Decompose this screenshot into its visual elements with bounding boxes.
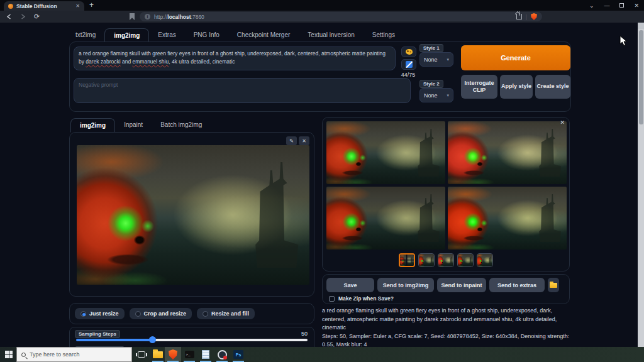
generated-image-1[interactable] <box>326 121 445 184</box>
thumbnail-2[interactable] <box>438 253 454 267</box>
send-to-img2img-button[interactable]: Send to img2img <box>377 278 434 292</box>
info-prompt-text: a red orange flaming skull with green fi… <box>322 307 570 332</box>
bookmark-icon[interactable] <box>130 13 135 20</box>
source-image[interactable] <box>77 145 309 285</box>
file-explorer-icon <box>153 351 163 358</box>
notepad-icon <box>202 350 209 359</box>
reload-icon[interactable]: ⟳ <box>34 13 40 20</box>
generation-info: a red orange flaming skull with green fi… <box>322 307 570 347</box>
style2-label: Style 2 <box>419 80 443 88</box>
tab-textual-inversion[interactable]: Textual inversion <box>299 28 363 43</box>
file-explorer-button[interactable] <box>150 347 166 362</box>
mouse-cursor <box>619 35 628 47</box>
tab-checkpoint-merger[interactable]: Checkpoint Merger <box>228 28 299 43</box>
resize-mode-resize-and-fill[interactable]: Resize and fill <box>197 308 255 319</box>
tab-settings[interactable]: Settings <box>364 28 404 43</box>
browser-tab[interactable]: Stable Diffusion ✕ <box>4 1 84 11</box>
window-minimize-button[interactable]: — <box>604 3 609 9</box>
prompt-panel: a red orange flaming skull with green fi… <box>69 41 571 112</box>
generated-image-4[interactable] <box>448 187 567 250</box>
page-scrollbar[interactable] <box>638 23 644 347</box>
folder-icon <box>550 283 557 288</box>
generate-button[interactable]: Generate <box>461 45 570 70</box>
sampling-steps-value: 50 <box>301 331 308 337</box>
notepad-button[interactable] <box>197 347 214 362</box>
tab-img2img-mode[interactable]: img2img <box>70 118 115 133</box>
recorder-button[interactable] <box>214 347 230 362</box>
interrogate-clip-button[interactable]: Interrogate CLIP <box>461 75 497 99</box>
resize-mode-just-resize[interactable]: Just resize <box>75 308 125 319</box>
browser-tabstrip: Stable Diffusion ✕ + ⌄ — ✕ <box>0 0 644 11</box>
recorder-icon <box>218 350 227 359</box>
windows-taskbar: >_ Ps <box>0 347 644 362</box>
brave-browser-button[interactable] <box>165 347 181 362</box>
send-to-extras-button[interactable]: Send to extras <box>489 278 545 292</box>
style1-dropdown[interactable]: None▾ <box>419 52 453 67</box>
webui-page: txt2img img2img Extras PNG Info Checkpoi… <box>0 23 644 347</box>
scroll-up-arrow[interactable] <box>638 23 644 29</box>
open-folder-button[interactable] <box>548 278 559 292</box>
clear-image-icon[interactable]: ✕ <box>299 136 309 145</box>
brave-shield-icon[interactable] <box>531 13 537 20</box>
site-info-icon[interactable]: i <box>145 14 150 19</box>
prompt-input[interactable]: a red orange flaming skull with green fi… <box>74 47 396 70</box>
make-zip-checkbox[interactable] <box>329 296 335 302</box>
tab-search-chevron-icon[interactable]: ⌄ <box>589 3 594 9</box>
thumbnail-3[interactable] <box>457 253 474 267</box>
back-icon[interactable] <box>6 14 12 19</box>
thumbnail-1[interactable] <box>418 253 435 267</box>
window-close-button[interactable]: ✕ <box>634 3 639 9</box>
share-icon[interactable] <box>516 14 522 19</box>
misspelled-artist1: darek zabrocki <box>86 58 120 65</box>
taskbar-search[interactable] <box>16 347 132 362</box>
task-view-icon <box>138 351 145 358</box>
tab-txt2img[interactable]: txt2img <box>67 28 104 43</box>
generated-image-2[interactable] <box>448 121 567 184</box>
task-view-button[interactable] <box>133 347 150 362</box>
apply-style-button[interactable]: Apply style <box>500 75 533 99</box>
url-bar[interactable]: i http://localhost:7860 | <box>140 12 542 21</box>
search-input[interactable] <box>30 351 118 358</box>
thumbnail-4[interactable] <box>477 253 493 267</box>
command-prompt-button[interactable]: >_ <box>181 347 197 362</box>
start-button[interactable] <box>5 351 13 358</box>
misspelled-artist2: emmanuel shiu <box>133 58 169 65</box>
resize-mode-crop-and-resize[interactable]: Crop and resize <box>130 308 192 319</box>
generated-image-3[interactable] <box>326 187 445 250</box>
sampling-steps-slider[interactable] <box>76 339 308 341</box>
tab-img2img[interactable]: img2img <box>104 28 149 43</box>
thumbnail-grid[interactable] <box>399 253 415 267</box>
send-to-inpaint-button[interactable]: Send to inpaint <box>437 278 486 292</box>
browser-toolbar: ⟳ i http://localhost:7860 | <box>0 11 644 23</box>
forward-icon[interactable] <box>20 14 26 19</box>
photoshop-button[interactable]: Ps <box>230 347 247 362</box>
slider-handle[interactable] <box>149 336 156 343</box>
edit-image-icon[interactable]: ✎ <box>286 136 297 145</box>
sampling-steps-label: Sampling Steps <box>75 330 120 338</box>
style2-dropdown[interactable]: None▾ <box>419 88 453 102</box>
brave-icon <box>169 349 177 359</box>
radio-icon <box>203 311 208 317</box>
main-tabs: txt2img img2img Extras PNG Info Checkpoi… <box>67 28 404 43</box>
chevron-down-icon: ▾ <box>447 93 449 98</box>
window-maximize-button[interactable] <box>619 3 624 8</box>
tab-close-icon[interactable]: ✕ <box>75 3 80 9</box>
scrollbar-thumb[interactable] <box>639 30 643 124</box>
random-artist-button[interactable] <box>401 47 416 57</box>
tab-inpaint[interactable]: Inpaint <box>115 118 152 133</box>
gallery-close-icon[interactable]: ✕ <box>560 119 565 126</box>
paintbrush-button[interactable] <box>401 59 416 70</box>
url-text: http://localhost:7860 <box>154 14 204 20</box>
save-button[interactable]: Save <box>326 278 374 292</box>
negative-prompt-input[interactable] <box>74 78 411 103</box>
tab-png-info[interactable]: PNG Info <box>185 28 228 43</box>
tab-extras[interactable]: Extras <box>149 28 184 43</box>
make-zip-option[interactable]: Make Zip when Save? <box>329 295 394 302</box>
img2img-mode-tabs: img2img Inpaint Batch img2img <box>70 118 211 133</box>
create-style-button[interactable]: Create style <box>535 75 570 99</box>
browser-tab-title: Stable Diffusion <box>16 3 72 9</box>
new-tab-button[interactable]: + <box>89 1 94 9</box>
resize-mode-group: Just resize Crop and resize Resize and f… <box>69 303 314 324</box>
tab-batch-img2img[interactable]: Batch img2img <box>152 118 211 133</box>
photoshop-icon: Ps <box>233 350 243 359</box>
